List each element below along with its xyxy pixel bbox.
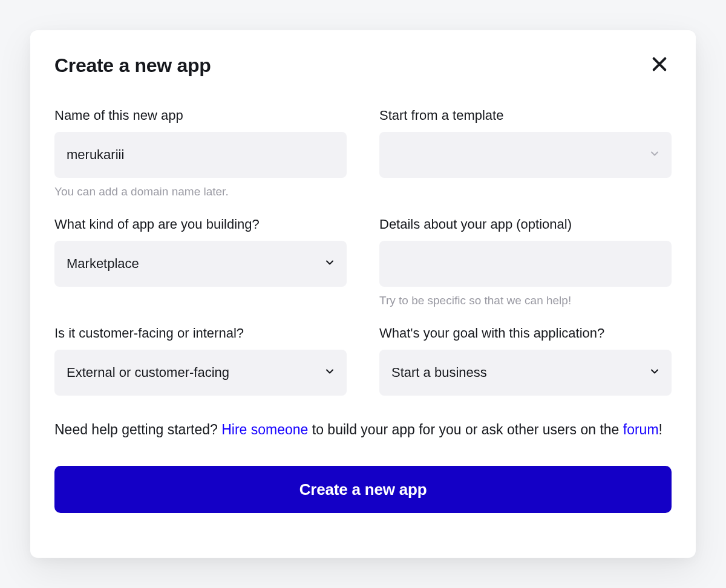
form-grid: Name of this new app You can add a domai… [54, 108, 672, 396]
details-hint: Try to be specific so that we can help! [379, 294, 672, 307]
field-facing-label: Is it customer-facing or internal? [54, 325, 347, 341]
field-goal-label: What's your goal with this application? [379, 325, 672, 341]
help-text-part1: Need help getting started? [54, 422, 221, 437]
field-goal: What's your goal with this application? … [379, 325, 672, 396]
close-button[interactable] [647, 52, 672, 79]
forum-link[interactable]: forum [623, 422, 659, 437]
help-text: Need help getting started? Hire someone … [54, 417, 672, 442]
modal-header: Create a new app [54, 52, 672, 79]
kind-select[interactable]: Marketplace [54, 241, 347, 287]
facing-select-value: External or customer-facing [67, 365, 229, 381]
modal-title: Create a new app [54, 54, 211, 77]
field-kind-label: What kind of app are you building? [54, 217, 347, 232]
create-app-button[interactable]: Create a new app [54, 466, 672, 513]
facing-select[interactable]: External or customer-facing [54, 350, 347, 396]
name-input[interactable] [54, 132, 347, 178]
field-kind: What kind of app are you building? Marke… [54, 217, 347, 307]
details-input[interactable] [379, 241, 672, 287]
name-hint: You can add a domain name later. [54, 185, 347, 198]
field-name-label: Name of this new app [54, 108, 347, 123]
field-details-label: Details about your app (optional) [379, 217, 672, 232]
close-icon [650, 54, 669, 76]
field-details: Details about your app (optional) Try to… [379, 217, 672, 307]
field-template: Start from a template [379, 108, 672, 198]
hire-someone-link[interactable]: Hire someone [221, 422, 308, 437]
goal-select-value: Start a business [391, 365, 487, 381]
field-name: Name of this new app You can add a domai… [54, 108, 347, 198]
help-text-part3: ! [659, 422, 662, 437]
template-select[interactable] [379, 132, 672, 178]
field-facing: Is it customer-facing or internal? Exter… [54, 325, 347, 396]
goal-select[interactable]: Start a business [379, 350, 672, 396]
kind-select-value: Marketplace [67, 256, 139, 272]
help-text-part2: to build your app for you or ask other u… [308, 422, 623, 437]
field-template-label: Start from a template [379, 108, 672, 123]
create-app-modal: Create a new app Name of this new app Yo… [30, 30, 696, 558]
